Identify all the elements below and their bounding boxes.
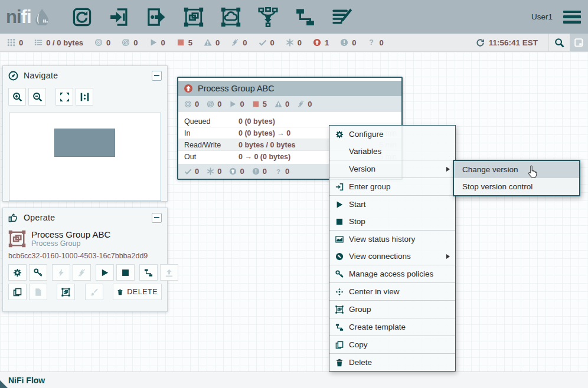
delete-icon (117, 288, 123, 297)
zoom-actual-size-button[interactable] (76, 88, 93, 106)
process-group-component[interactable] (184, 6, 205, 28)
pg-sync-failure-stat: 0 (275, 167, 289, 176)
stop-icon (121, 268, 130, 277)
input-port-component[interactable] (109, 6, 130, 28)
gear-icon (13, 268, 22, 277)
locally-modified-icon (207, 167, 214, 175)
create-template-icon (335, 323, 344, 331)
locally-modified-stat: 0 (286, 38, 302, 47)
paste-icon (34, 288, 43, 297)
status-history-icon (335, 235, 344, 244)
running-icon (229, 100, 237, 108)
input-port-icon (109, 7, 129, 27)
breadcrumb-bar: NiFi Flow (0, 371, 588, 388)
refresh-status: 11:56:41 EST (476, 38, 538, 47)
selected-process-group-icon (8, 230, 26, 248)
bulletin-icon (574, 38, 584, 48)
pg-transmitting-stat: 0 (184, 100, 199, 108)
stale-version-icon (184, 84, 193, 93)
stopped-icon (252, 100, 260, 108)
label-component[interactable] (332, 6, 354, 28)
menu-item-copy[interactable]: Copy (329, 336, 455, 353)
copy-button[interactable] (8, 284, 27, 300)
hand-icon (8, 213, 18, 223)
navigate-collapse-button[interactable] (152, 71, 162, 81)
start-icon (335, 200, 344, 209)
zoom-in-button[interactable] (8, 88, 26, 106)
menu-item-configure[interactable]: Configure (329, 126, 455, 143)
group-icon (61, 288, 70, 297)
menu-item-change-version[interactable]: Change version (454, 161, 579, 178)
selection-id: bcb6cc32-0160-1000-4503-16c7bbba2dd9 (3, 248, 167, 260)
menu-item-variables[interactable]: Variables (329, 143, 455, 160)
menu-item-start[interactable]: Start (329, 196, 455, 213)
menu-item-stop[interactable]: Stop (329, 213, 455, 230)
delete-icon (335, 359, 344, 367)
menu-item-manage-access-policies[interactable]: Manage access policies (329, 265, 455, 282)
menu-item-delete[interactable]: Delete (329, 354, 455, 371)
key-icon (34, 268, 43, 277)
up-to-date-icon (184, 167, 192, 175)
flow-status-bar: 0 0 / 0 bytes 0 0 0 5 0 0 0 0 1 0 0 11:5… (0, 34, 588, 52)
global-menu-button[interactable] (563, 11, 581, 24)
birdseye-minimap[interactable] (9, 113, 161, 201)
operate-palette: Operate Process Group ABC Process Group … (2, 208, 168, 312)
compass-icon (8, 71, 18, 81)
navigate-title: Navigate (24, 71, 58, 80)
locally-modified-stale-icon (340, 38, 348, 47)
enable-icon (57, 268, 66, 277)
not-transmitting-icon (122, 38, 130, 47)
operate-collapse-button[interactable] (152, 213, 162, 223)
zoom-out-icon (32, 92, 43, 102)
stale-icon (229, 167, 237, 175)
submenu-arrow-icon (446, 254, 450, 259)
menu-item-view-connections[interactable]: View connections (329, 248, 455, 265)
funnel-component[interactable] (258, 6, 279, 28)
paste-button (29, 284, 47, 300)
template-component[interactable] (295, 6, 316, 28)
transmitting-icon (184, 100, 192, 108)
remote-process-group-component[interactable] (221, 6, 242, 28)
menu-item-view-status-history[interactable]: View status history (329, 231, 455, 248)
sync-failure-icon (275, 167, 282, 175)
group-icon (335, 305, 344, 314)
access-policies-button[interactable] (29, 264, 47, 281)
menu-item-enter-group[interactable]: Enter group (329, 178, 455, 195)
zoom-out-button[interactable] (28, 88, 46, 106)
gear-icon (335, 130, 344, 139)
queued-icon (34, 38, 43, 47)
pg-locally-modified-stale-stat: 0 (252, 167, 267, 176)
sync-failure-stat: 0 (367, 38, 383, 47)
bulletin-board-button[interactable] (570, 34, 588, 51)
menu-item-stop-version-control[interactable]: Stop version control (454, 178, 579, 195)
create-template-button[interactable] (139, 264, 158, 281)
delete-button[interactable]: DELETE (113, 284, 162, 300)
menu-item-create-template[interactable]: Create template (329, 318, 455, 336)
running-icon (149, 38, 158, 47)
search-button[interactable] (548, 34, 570, 51)
stop-button[interactable] (116, 264, 135, 281)
configure-button[interactable] (8, 264, 27, 281)
refresh-icon[interactable] (476, 38, 485, 47)
zoom-in-icon (12, 92, 22, 102)
selection-type: Process Group (31, 239, 110, 248)
up-to-date-stat: 0 (259, 38, 275, 47)
enter-group-icon (335, 183, 344, 191)
menu-item-group[interactable]: Group (329, 301, 455, 318)
stopped-icon (177, 38, 185, 47)
zoom-fit-button[interactable] (55, 88, 73, 106)
output-port-component[interactable] (146, 6, 168, 28)
selection-name: Process Group ABC (31, 229, 110, 239)
search-icon (554, 38, 564, 48)
process-group-header: Process Group ABC (178, 81, 401, 96)
stale-icon (313, 38, 321, 47)
remote-process-group-icon (221, 7, 241, 27)
enable-button (52, 264, 70, 281)
menu-item-center-in-view[interactable]: Center in view (329, 283, 455, 300)
group-button[interactable] (57, 284, 75, 300)
menu-item-version[interactable]: Version (329, 160, 455, 177)
processor-component[interactable] (72, 6, 93, 28)
current-user: User1 (531, 12, 553, 21)
breadcrumb[interactable]: NiFi Flow (8, 376, 45, 385)
start-button[interactable] (96, 264, 114, 281)
